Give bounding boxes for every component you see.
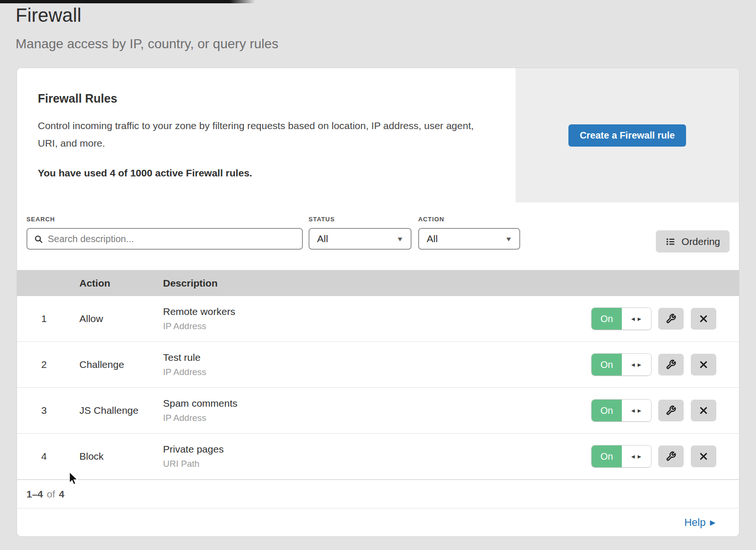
toggle-arrows-icon: ◂ ▸: [622, 445, 651, 467]
edit-rule-button[interactable]: [658, 400, 684, 421]
status-label: STATUS: [309, 216, 412, 223]
status-filter: STATUS All ▼: [303, 216, 412, 250]
rule-controls: On ◂ ▸: [592, 400, 716, 421]
rule-controls: On ◂ ▸: [592, 354, 716, 375]
rule-match-type: IP Address: [163, 321, 592, 332]
ordering-label: Ordering: [681, 236, 720, 247]
action-select[interactable]: All ▼: [418, 228, 520, 250]
rule-priority: 4: [17, 451, 79, 462]
table-body: 1 Allow Remote workers IP Address On ◂ ▸: [17, 296, 739, 480]
card-footer: Help ▶: [17, 508, 739, 536]
pagination-total: 4: [59, 489, 65, 500]
action-filter: ACTION All ▼: [412, 216, 520, 250]
column-description: Description: [163, 278, 739, 289]
rule-action: Allow: [79, 313, 163, 324]
table-row: 3 JS Challenge Spam comments IP Address …: [17, 388, 739, 434]
toggle-on-label: On: [592, 400, 622, 421]
toggle-on-label: On: [592, 445, 622, 467]
rule-enabled-toggle[interactable]: On ◂ ▸: [592, 445, 651, 467]
card-header-section: Firewall Rules Control incoming traffic …: [17, 68, 739, 202]
rule-enabled-toggle[interactable]: On ◂ ▸: [592, 308, 651, 330]
close-icon: [699, 406, 708, 415]
rule-enabled-toggle[interactable]: On ◂ ▸: [592, 400, 651, 421]
close-icon: [699, 452, 708, 461]
create-rule-panel: Create a Firewall rule: [515, 68, 739, 202]
toggle-arrows-icon: ◂ ▸: [622, 400, 651, 421]
help-link[interactable]: Help ▶: [684, 516, 715, 529]
rules-usage: You have used 4 of 1000 active Firewall …: [38, 167, 492, 179]
rule-priority: 2: [17, 359, 79, 370]
ordering-button[interactable]: Ordering: [656, 230, 730, 253]
rule-description: Test rule IP Address: [163, 352, 592, 377]
chevron-down-icon: ▼: [396, 236, 404, 243]
search-icon: [34, 235, 43, 244]
filters-bar: SEARCH STATUS All ▼ ACTION All ▼: [17, 202, 739, 270]
rule-action: Challenge: [79, 359, 163, 370]
page-subtitle: Manage access by IP, country, or query r…: [16, 36, 278, 52]
rule-priority: 1: [17, 313, 79, 324]
toggle-arrows-icon: ◂ ▸: [622, 354, 651, 375]
search-filter: SEARCH: [26, 216, 303, 250]
rule-controls: On ◂ ▸: [592, 308, 716, 330]
rule-description: Private pages URI Path: [163, 444, 592, 469]
page-title: Firewall: [16, 5, 278, 26]
help-arrow-icon: ▶: [710, 518, 715, 527]
rules-intro: Firewall Rules Control incoming traffic …: [17, 68, 515, 202]
rule-controls: On ◂ ▸: [592, 445, 716, 467]
delete-rule-button[interactable]: [691, 400, 716, 421]
action-selected-value: All: [427, 233, 438, 244]
page-header: Firewall Manage access by IP, country, o…: [16, 5, 278, 52]
rule-match-type: IP Address: [163, 367, 592, 377]
create-firewall-rule-button[interactable]: Create a Firewall rule: [568, 124, 686, 147]
rule-description-title: Private pages: [163, 444, 592, 455]
table-header: Action Description: [17, 270, 739, 296]
status-select[interactable]: All ▼: [309, 228, 412, 250]
search-input[interactable]: [48, 234, 295, 244]
rules-title: Firewall Rules: [38, 92, 492, 105]
top-edge-artifact: [0, 0, 255, 3]
wrench-icon: [666, 359, 676, 370]
table-row: 4 Block Private pages URI Path On ◂ ▸: [17, 434, 739, 480]
search-label: SEARCH: [26, 216, 303, 223]
firewall-rules-card: Firewall Rules Control incoming traffic …: [17, 68, 739, 537]
delete-rule-button[interactable]: [691, 308, 716, 330]
search-box: [26, 228, 303, 250]
rule-enabled-toggle[interactable]: On ◂ ▸: [592, 354, 651, 375]
rule-description-title: Remote workers: [163, 306, 592, 317]
rule-action: JS Challenge: [79, 405, 163, 416]
action-label: ACTION: [418, 216, 520, 223]
rule-description: Remote workers IP Address: [163, 306, 592, 332]
close-icon: [699, 360, 708, 369]
rule-description: Spam comments IP Address: [163, 398, 592, 423]
rules-description: Control incoming traffic to your zone by…: [38, 117, 487, 152]
wrench-icon: [666, 314, 676, 324]
delete-rule-button[interactable]: [691, 445, 716, 467]
toggle-on-label: On: [592, 308, 622, 330]
pagination-range: 1–4: [26, 489, 43, 500]
toggle-on-label: On: [592, 354, 622, 375]
ordered-list-icon: [665, 236, 676, 247]
rule-description-title: Spam comments: [163, 398, 592, 409]
delete-rule-button[interactable]: [691, 354, 716, 375]
pagination-of: of: [47, 489, 55, 500]
help-label: Help: [684, 516, 705, 529]
table-row: 1 Allow Remote workers IP Address On ◂ ▸: [17, 296, 739, 342]
rule-action: Block: [79, 451, 163, 462]
wrench-icon: [666, 451, 676, 462]
toggle-arrows-icon: ◂ ▸: [622, 308, 651, 330]
rule-priority: 3: [17, 405, 79, 416]
rule-match-type: IP Address: [163, 413, 592, 423]
rule-description-title: Test rule: [163, 352, 592, 363]
wrench-icon: [666, 405, 676, 416]
close-icon: [699, 314, 708, 323]
chevron-down-icon: ▼: [505, 236, 513, 243]
edit-rule-button[interactable]: [658, 445, 684, 467]
edit-rule-button[interactable]: [658, 354, 684, 375]
column-action: Action: [79, 278, 163, 289]
edit-rule-button[interactable]: [658, 308, 684, 330]
status-selected-value: All: [317, 233, 328, 244]
pagination: 1–4 of 4: [17, 480, 739, 508]
rule-match-type: URI Path: [163, 459, 592, 469]
table-row: 2 Challenge Test rule IP Address On ◂ ▸: [17, 342, 739, 388]
